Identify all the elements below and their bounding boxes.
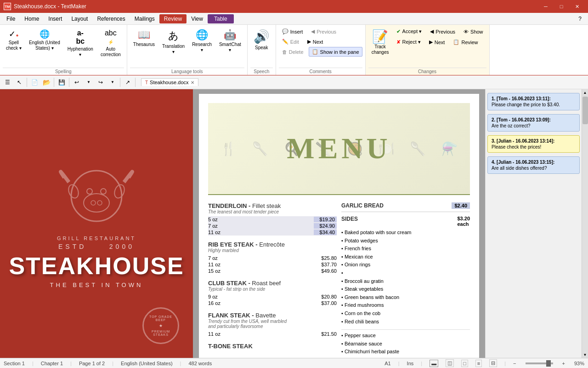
zoom-out[interactable]: − bbox=[513, 361, 516, 366]
toolbar-pointer[interactable]: ↗ bbox=[122, 77, 133, 88]
spell-check-button[interactable]: ✓● Spellcheck ▾ bbox=[3, 27, 25, 53]
accept-button[interactable]: ✔ Accept ▾ bbox=[393, 27, 425, 36]
previous-comment-button[interactable]: ◀ Previous bbox=[308, 27, 339, 36]
next-change-button[interactable]: ▶ Next bbox=[426, 37, 448, 47]
insert-comment-button[interactable]: 💬 Insert bbox=[279, 27, 306, 36]
show-button[interactable]: 👁 Show bbox=[460, 27, 486, 36]
insert-label: Insert bbox=[290, 29, 303, 34]
menu-view[interactable]: View bbox=[187, 14, 208, 23]
menu-layout[interactable]: Layout bbox=[67, 14, 92, 23]
toolbar-select[interactable]: ↖ bbox=[14, 77, 25, 88]
show-pane-button[interactable]: 📋 Show in the pane bbox=[309, 47, 362, 57]
toolbar-undo[interactable]: ↩ bbox=[71, 77, 82, 88]
delete-comment-button[interactable]: 🗑 Delete bbox=[279, 47, 307, 57]
menu-review[interactable]: Review bbox=[159, 14, 187, 23]
language-tools-label: Language tools bbox=[130, 68, 244, 74]
flank-desc: Trendy cut from the USA, well marbledand… bbox=[208, 319, 337, 329]
sep3 bbox=[69, 78, 69, 87]
sides-price: $3.20each bbox=[457, 216, 470, 227]
close-doc-tab[interactable]: ✕ bbox=[191, 80, 194, 85]
toolbar-redo-dropdown[interactable]: ▼ bbox=[107, 77, 118, 88]
smartchat-label: SmartChat▾ bbox=[219, 42, 241, 53]
view-print[interactable]: □ bbox=[461, 360, 468, 367]
toolbar: ☰ ↖ 📄 📂 💾 ↩ ▼ ↪ ▼ ↗ T Steakhouse.docx ✕ bbox=[0, 75, 588, 89]
comment-1-text: Please change the price to $3.40. bbox=[492, 102, 576, 107]
price-row: 11 oz$37.70 bbox=[208, 261, 337, 268]
speak-button[interactable]: 🔊 Speak bbox=[250, 27, 273, 53]
sides-section: SIDES $3.20each • Baked potato with sour… bbox=[341, 216, 470, 326]
doc-tab-label: Steakhouse.docx bbox=[150, 80, 188, 85]
toolbar-undo-dropdown[interactable]: ▼ bbox=[83, 77, 94, 88]
sides-list: • Baked potato with sour cream • Potato … bbox=[341, 229, 470, 326]
price-row: 5 oz$19.20 bbox=[208, 216, 337, 223]
translation-button[interactable]: あ Translation▾ bbox=[159, 27, 188, 57]
doc-page: 🍴🥄🍳🔪🥘🍽️🥄⚗️ MENU TENDERLOIN - Fillet stea… bbox=[199, 94, 479, 358]
view-web[interactable]: ◫ bbox=[446, 359, 454, 367]
side-item: • Baked potato with sour cream bbox=[341, 229, 470, 237]
scroll-up[interactable]: ▲ bbox=[582, 89, 588, 96]
view-outline[interactable]: ≡ bbox=[475, 360, 482, 367]
comments-label: Comments bbox=[279, 68, 362, 74]
thesaurus-button[interactable]: 📖 Thesaurus bbox=[130, 27, 158, 50]
comment-4-text: Are all side dishes offered? bbox=[492, 166, 576, 171]
maximize-button[interactable]: □ bbox=[554, 2, 569, 11]
side-item: • Mexican rice bbox=[341, 253, 470, 261]
price-row: 7 oz$24.90 bbox=[208, 223, 337, 229]
toolbar-menu[interactable]: ☰ bbox=[2, 77, 13, 88]
research-button[interactable]: 🌐 Research▾ bbox=[189, 27, 215, 55]
changes-group: 📝 Trackchanges ✔ Accept ▾ ◀ Previous 👁 S bbox=[366, 25, 490, 75]
auto-correction-label: Autocorrection bbox=[101, 46, 121, 58]
sides-header-row: SIDES $3.20each bbox=[341, 216, 470, 227]
menu-home[interactable]: Home bbox=[20, 14, 44, 23]
sep2 bbox=[54, 78, 54, 87]
comment-2-text: Are the oz correct? bbox=[492, 123, 576, 128]
side-item: • Broccoli au gratin bbox=[341, 277, 470, 286]
next-comment-button[interactable]: ▶ Next bbox=[304, 37, 327, 46]
zoom-in[interactable]: + bbox=[562, 361, 565, 366]
zoom-slider[interactable] bbox=[526, 362, 553, 364]
sides-header: SIDES bbox=[341, 216, 358, 225]
toolbar-redo[interactable]: ↪ bbox=[95, 77, 106, 88]
status-page: Page 1 of 2 bbox=[79, 361, 105, 366]
menu-file[interactable]: File bbox=[2, 14, 20, 23]
review-button[interactable]: 📋 Review bbox=[450, 37, 481, 47]
toolbar-open[interactable]: 📂 bbox=[41, 77, 52, 88]
scroll-down[interactable]: ▼ bbox=[582, 351, 588, 358]
svg-point-2 bbox=[91, 201, 96, 205]
speak-icon: 🔊 bbox=[254, 29, 270, 44]
menu-help[interactable]: ? bbox=[574, 14, 586, 23]
track-changes-button[interactable]: 📝 Trackchanges bbox=[368, 27, 392, 58]
auto-correction-button[interactable]: abc⚡ Autocorrection bbox=[97, 27, 124, 60]
menu-insert[interactable]: Insert bbox=[44, 14, 67, 23]
smartchat-button[interactable]: 🤖 SmartChat▾ bbox=[216, 27, 244, 55]
auto-correction-icon: abc⚡ bbox=[105, 29, 117, 46]
side-item: • bbox=[341, 269, 470, 277]
toolbar-save[interactable]: 💾 bbox=[56, 77, 67, 88]
minimize-button[interactable]: ─ bbox=[538, 2, 553, 11]
close-button[interactable]: ✕ bbox=[570, 2, 584, 11]
reject-button[interactable]: ✘ Reject ▾ bbox=[393, 37, 424, 47]
comment-2-author: 2. [Tom - 16.06.2023 13:09]: bbox=[492, 117, 576, 122]
menu-references[interactable]: References bbox=[92, 14, 130, 23]
scroll-thumb[interactable] bbox=[582, 97, 588, 124]
previous-change-button[interactable]: ◀ Previous bbox=[427, 27, 458, 36]
price-row: 15 oz$49.60 bbox=[208, 268, 337, 274]
menu-table[interactable]: Table bbox=[208, 14, 234, 23]
view-normal[interactable]: ▬ bbox=[430, 360, 438, 367]
ribeye-section: RIB EYE STEAK - Entrecôte Highly marbled… bbox=[208, 241, 337, 274]
toolbar-new[interactable]: 📄 bbox=[29, 77, 40, 88]
right-column: GARLIC BREAD $2.40 SIDES $3.20each • Bak… bbox=[341, 202, 470, 358]
research-icon: 🌐 bbox=[196, 29, 208, 41]
hyphenation-button[interactable]: a-bc Hyphenation▾ bbox=[64, 27, 96, 60]
show-label: Show bbox=[470, 29, 483, 34]
side-item: • Steak vegetables bbox=[341, 285, 470, 293]
english-button[interactable]: 🌐 English (UnitedStates) ▾ bbox=[26, 27, 63, 53]
flank-name: FLANK STEAK - Bavette bbox=[208, 312, 337, 319]
doc-tab[interactable]: T Steakhouse.docx ✕ bbox=[141, 78, 198, 86]
menu-mailings[interactable]: Mailings bbox=[130, 14, 159, 23]
comment-3-text: Please check the prices! bbox=[492, 144, 576, 150]
tenderloin-prices: 5 oz$19.20 7 oz$24.90 11 oz$34.40 bbox=[208, 216, 337, 236]
view-reading[interactable]: ⊟ bbox=[489, 359, 497, 367]
right-doc[interactable]: 🍴🥄🍳🔪🥘🍽️🥄⚗️ MENU TENDERLOIN - Fillet stea… bbox=[193, 89, 485, 358]
edit-comment-button[interactable]: ✏️ Edit bbox=[279, 37, 302, 46]
